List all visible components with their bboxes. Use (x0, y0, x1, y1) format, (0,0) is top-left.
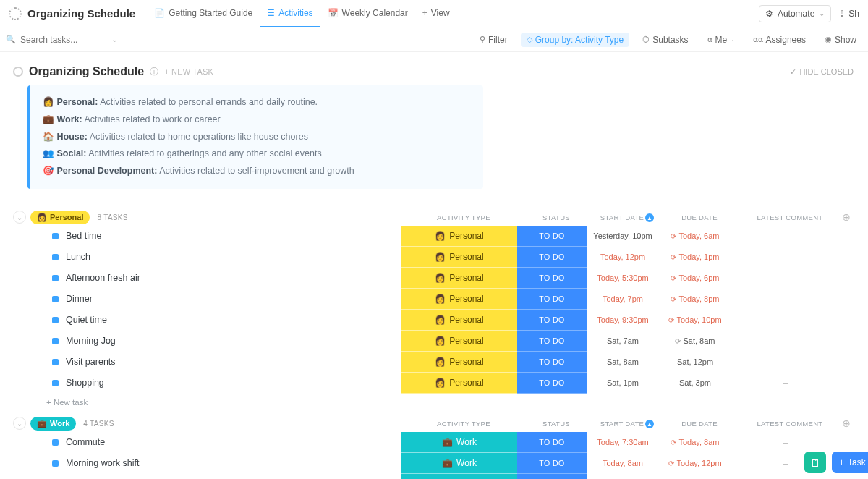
due-date-cell[interactable]: ⟳ Today, 5pm (659, 474, 731, 479)
task-name-cell[interactable]: Lunch (9, 247, 401, 268)
task-name-cell[interactable]: Commute (9, 432, 401, 453)
col-latest-comment[interactable]: LATEST COMMENT (736, 213, 844, 221)
activity-type-cell[interactable]: 👩 Personal (401, 352, 517, 373)
start-date-cell[interactable]: Today, 5:30pm (587, 268, 659, 289)
due-date-cell[interactable]: Sat, 3pm (659, 373, 731, 394)
tab-activities[interactable]: ☰ Activities (260, 0, 320, 27)
tab-weekly-calendar[interactable]: 📅 Weekly Calendar (320, 0, 415, 27)
col-start-date[interactable]: START DATE▲ (591, 420, 663, 429)
search-input[interactable] (20, 35, 107, 45)
task-row[interactable]: Afternoon fresh air 👩 Personal TO DO Tod… (9, 268, 859, 289)
task-row[interactable]: Lunch 👩 Personal TO DO Today, 12pm ⟳ Tod… (9, 247, 859, 268)
status-cell[interactable]: TO DO (517, 432, 587, 453)
tab-add-view[interactable]: + View (415, 0, 457, 27)
task-row[interactable]: Dinner 👩 Personal TO DO Today, 7pm ⟳ Tod… (9, 289, 859, 310)
show-button[interactable]: ◉Show (819, 33, 862, 47)
start-date-cell[interactable]: Today, 7:30am (587, 432, 659, 453)
task-name-cell[interactable]: Shopping (9, 373, 401, 394)
due-date-cell[interactable]: ⟳ Today, 6pm (659, 268, 731, 289)
status-cell[interactable]: TO DO (517, 289, 587, 310)
task-name-cell[interactable]: Bed time (9, 226, 401, 247)
status-cell[interactable]: TO DO (517, 474, 587, 479)
collapse-toggle[interactable]: ⌄ (13, 417, 26, 430)
task-name-cell[interactable]: Dinner (9, 289, 401, 310)
col-due-date[interactable]: DUE DATE (663, 420, 736, 428)
info-icon[interactable]: ⓘ (150, 66, 158, 78)
add-column-button[interactable]: ⊕ (842, 417, 859, 429)
due-date-cell[interactable]: Sat, 12pm (659, 352, 731, 373)
status-cell[interactable]: TO DO (517, 352, 587, 373)
status-cell[interactable]: TO DO (517, 310, 587, 331)
start-date-cell[interactable]: Today, 9:30pm (587, 310, 659, 331)
filter-button[interactable]: ⚲Filter (474, 33, 514, 47)
task-name-cell[interactable]: Morning Jog (9, 331, 401, 352)
start-date-cell[interactable]: Today, 12pm (587, 247, 659, 268)
due-date-cell[interactable]: ⟳ Today, 6am (659, 226, 731, 247)
comment-cell[interactable]: – (731, 310, 840, 331)
group-by-button[interactable]: ◇Group by: Activity Type (521, 33, 630, 47)
col-status[interactable]: STATUS (522, 213, 591, 221)
comment-cell[interactable]: – (731, 352, 840, 373)
comment-cell[interactable]: – (731, 474, 840, 479)
comment-cell[interactable]: – (731, 373, 840, 394)
start-date-cell[interactable]: Today, 7pm (587, 289, 659, 310)
comment-cell[interactable]: – (731, 289, 840, 310)
task-name-cell[interactable]: Visit parents (9, 352, 401, 373)
start-date-cell[interactable]: Sat, 7am (587, 331, 659, 352)
tab-getting-started[interactable]: 📄 Getting Started Guide (147, 0, 260, 27)
due-date-cell[interactable]: ⟳ Today, 8am (659, 432, 731, 453)
task-row[interactable]: Visit parents 👩 Personal TO DO Sat, 8am … (9, 352, 859, 373)
assignees-button[interactable]: ⍺⍺Assignees (747, 33, 812, 47)
col-status[interactable]: STATUS (522, 420, 591, 428)
task-row[interactable]: Morning work shift 💼 Work TO DO Today, 8… (9, 453, 859, 474)
col-latest-comment[interactable]: LATEST COMMENT (736, 420, 844, 428)
activity-type-cell[interactable]: 👩 Personal (401, 310, 517, 331)
group-chip[interactable]: 👩 Personal (30, 211, 90, 224)
activity-type-cell[interactable]: 👩 Personal (401, 331, 517, 352)
task-row[interactable]: Shopping 👩 Personal TO DO Sat, 1pm Sat, … (9, 373, 859, 394)
activity-type-cell[interactable]: 👩 Personal (401, 247, 517, 268)
col-activity-type[interactable]: ACTIVITY TYPE (406, 213, 522, 221)
collapse-toggle[interactable]: ⌄ (13, 211, 26, 224)
task-name-cell[interactable]: Afternoon fresh air (9, 268, 401, 289)
group-chip[interactable]: 💼 Work (30, 417, 76, 431)
status-cell[interactable]: TO DO (517, 331, 587, 352)
col-due-date[interactable]: DUE DATE (663, 213, 736, 221)
start-date-cell[interactable]: Yesterday, 10pm (587, 226, 659, 247)
new-task-fab[interactable]: + Task (832, 452, 868, 473)
chevron-down-icon[interactable]: ⌄ (111, 35, 118, 44)
activity-type-cell[interactable]: 💼 Work (401, 474, 517, 479)
hide-closed-button[interactable]: ✓ HIDE CLOSED (790, 67, 859, 77)
task-name-cell[interactable]: Quiet time (9, 310, 401, 331)
start-date-cell[interactable]: Sat, 1pm (587, 373, 659, 394)
comment-cell[interactable]: – (731, 226, 840, 247)
automate-button[interactable]: ⚙︎ Automate ⌄ (759, 5, 831, 22)
col-activity-type[interactable]: ACTIVITY TYPE (406, 420, 522, 428)
col-start-date[interactable]: START DATE▲ (591, 213, 663, 223)
due-date-cell[interactable]: ⟳ Today, 12pm (659, 453, 731, 474)
comment-cell[interactable]: – (731, 331, 840, 352)
add-column-button[interactable]: ⊕ (842, 211, 859, 223)
due-date-cell[interactable]: ⟳ Sat, 8am (659, 331, 731, 352)
task-row[interactable]: Morning Jog 👩 Personal TO DO Sat, 7am ⟳ … (9, 331, 859, 352)
status-cell[interactable]: TO DO (517, 373, 587, 394)
task-row[interactable]: Afternoon work shift 💼 Work TO DO Today,… (9, 474, 859, 479)
task-row[interactable]: Commute 💼 Work TO DO Today, 7:30am ⟳ Tod… (9, 432, 859, 453)
task-row[interactable]: Quiet time 👩 Personal TO DO Today, 9:30p… (9, 310, 859, 331)
comment-cell[interactable]: – (731, 432, 840, 453)
task-name-cell[interactable]: Morning work shift (9, 453, 401, 474)
due-date-cell[interactable]: ⟳ Today, 1pm (659, 247, 731, 268)
status-cell[interactable]: TO DO (517, 453, 587, 474)
activity-type-cell[interactable]: 👩 Personal (401, 373, 517, 394)
notepad-fab[interactable]: 🗒 (804, 452, 826, 473)
activity-type-cell[interactable]: 👩 Personal (401, 268, 517, 289)
status-cell[interactable]: TO DO (517, 226, 587, 247)
comment-cell[interactable]: – (731, 247, 840, 268)
new-task-header[interactable]: + NEW TASK (164, 67, 213, 76)
due-date-cell[interactable]: ⟳ Today, 8pm (659, 289, 731, 310)
due-date-cell[interactable]: ⟳ Today, 10pm (659, 310, 731, 331)
status-cell[interactable]: TO DO (517, 247, 587, 268)
activity-type-cell[interactable]: 💼 Work (401, 432, 517, 453)
start-date-cell[interactable]: Today, 8am (587, 453, 659, 474)
new-task-row[interactable]: + New task (9, 394, 859, 411)
